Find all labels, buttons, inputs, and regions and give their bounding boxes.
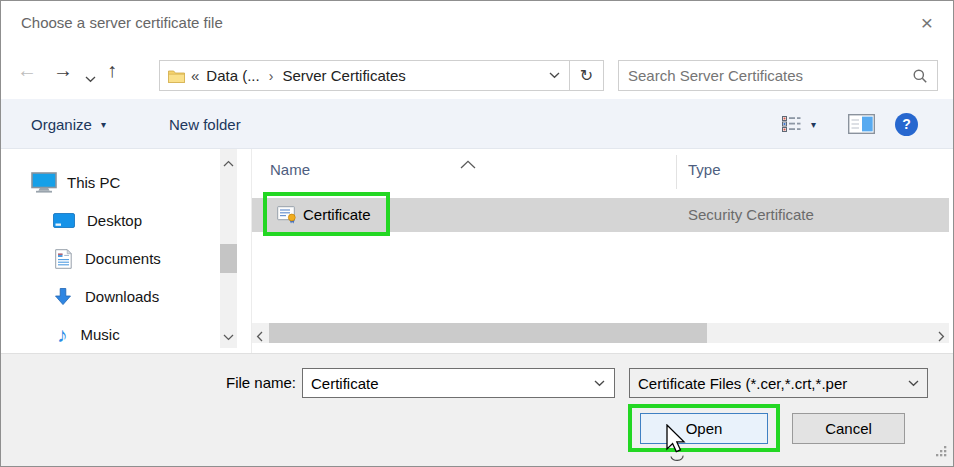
- preview-pane-button[interactable]: [848, 99, 875, 149]
- sidebar-item-desktop[interactable]: Desktop: [53, 202, 142, 239]
- music-note-icon: ♪: [57, 325, 68, 345]
- file-type-select[interactable]: Certificate Files (*.cer,*.crt,*.per: [629, 368, 928, 398]
- scroll-down-icon[interactable]: [223, 327, 234, 344]
- mouse-cursor-icon: [665, 424, 691, 467]
- sidebar-item-label: This PC: [67, 174, 120, 191]
- search-box[interactable]: [618, 60, 938, 91]
- sidebar-item-music[interactable]: ♪ Music: [57, 316, 120, 353]
- help-button[interactable]: ?: [895, 99, 918, 149]
- scrollbar-thumb[interactable]: [220, 244, 237, 273]
- chevron-down-icon: ▾: [101, 119, 106, 130]
- file-name-combobox[interactable]: [302, 368, 615, 398]
- sidebar-scrollbar[interactable]: [220, 149, 237, 348]
- search-icon: [912, 68, 928, 84]
- sidebar-item-label: Documents: [85, 250, 161, 267]
- address-dropdown-icon[interactable]: [549, 72, 560, 79]
- sidebar-item-this-pc[interactable]: This PC: [31, 164, 120, 201]
- document-icon: [55, 249, 72, 269]
- organize-label: Organize: [31, 116, 92, 133]
- download-arrow-icon: [53, 287, 73, 307]
- change-view-button[interactable]: ▾: [782, 99, 816, 149]
- resize-grip[interactable]: [935, 444, 948, 461]
- horizontal-scrollbar[interactable]: [252, 323, 949, 343]
- dialog-title: Choose a server certificate file: [21, 1, 223, 45]
- breadcrumb-separator: ›: [269, 68, 274, 84]
- dialog-footer: File name: Certificate Files (*.cer,*.cr…: [1, 353, 953, 466]
- help-icon: ?: [895, 113, 918, 136]
- up-button[interactable]: ↑: [107, 59, 117, 82]
- sort-ascending-icon[interactable]: [460, 155, 476, 172]
- search-input[interactable]: [619, 67, 912, 84]
- chevron-down-icon: [908, 380, 919, 387]
- breadcrumb-current[interactable]: Server Certificates: [282, 67, 405, 84]
- file-name-label: File name:: [159, 368, 296, 398]
- sidebar-item-downloads[interactable]: Downloads: [53, 278, 159, 315]
- file-type-cell: Security Certificate: [688, 198, 814, 232]
- scroll-left-icon[interactable]: [256, 328, 263, 345]
- back-button[interactable]: ←: [17, 59, 37, 82]
- close-icon[interactable]: ×: [907, 7, 947, 39]
- organize-button[interactable]: Organize ▾: [31, 99, 106, 149]
- address-bar[interactable]: « Data (... › Server Certificates: [159, 60, 570, 91]
- file-type-value: Certificate Files (*.cer,*.crt,*.per: [630, 375, 908, 392]
- annotation-box-open: [628, 404, 780, 452]
- scroll-up-icon[interactable]: [223, 153, 234, 170]
- column-divider[interactable]: [676, 155, 677, 189]
- forward-button[interactable]: →: [53, 59, 73, 82]
- sidebar-item-label: Downloads: [85, 288, 159, 305]
- preview-pane-icon: [848, 114, 875, 134]
- new-folder-label: New folder: [169, 116, 241, 133]
- computer-icon: [31, 172, 57, 193]
- scrollbar-thumb[interactable]: [269, 323, 707, 343]
- history-chevron-icon[interactable]: [85, 69, 96, 86]
- details-view-icon: [782, 116, 801, 132]
- new-folder-button[interactable]: New folder: [169, 99, 241, 149]
- command-bar: Organize ▾ New folder ▾: [1, 99, 953, 149]
- sidebar-item-documents[interactable]: Documents: [55, 240, 161, 277]
- chevron-down-icon[interactable]: [594, 380, 605, 387]
- breadcrumb-overflow[interactable]: «: [191, 67, 199, 84]
- breadcrumb-root[interactable]: Data (...: [206, 67, 259, 84]
- column-header-type[interactable]: Type: [688, 149, 721, 191]
- column-header-name[interactable]: Name: [270, 149, 310, 191]
- cancel-button[interactable]: Cancel: [792, 413, 905, 444]
- folder-icon: [168, 69, 185, 83]
- refresh-button[interactable]: ↻: [569, 60, 604, 91]
- annotation-box-certificate: [263, 192, 390, 236]
- open-file-dialog: Choose a server certificate file × ← → ↑…: [0, 0, 954, 467]
- sidebar-item-label: Music: [81, 326, 120, 343]
- scroll-right-icon[interactable]: [938, 328, 945, 345]
- desktop-icon: [53, 213, 75, 228]
- chevron-down-icon: ▾: [811, 119, 816, 130]
- sidebar-item-label: Desktop: [87, 212, 142, 229]
- file-name-input[interactable]: [303, 375, 594, 392]
